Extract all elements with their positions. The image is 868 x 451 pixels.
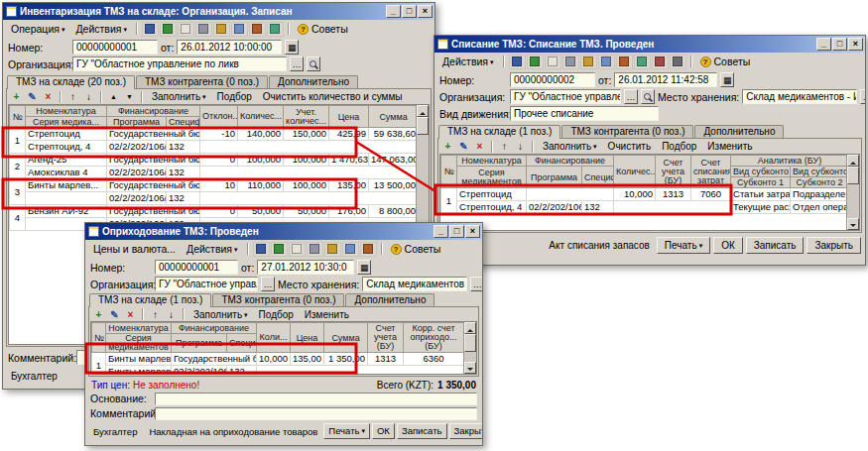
add-row-icon[interactable]: + xyxy=(440,140,455,153)
go-icon[interactable] xyxy=(616,55,633,69)
cell[interactable]: 132 xyxy=(167,167,200,179)
list-icon[interactable] xyxy=(342,242,359,257)
table-row[interactable]: 1 Стрептоцид Государственный бюджет -10 … xyxy=(10,128,419,141)
go-icon[interactable] xyxy=(249,22,266,37)
number-field[interactable]: 00000000001 xyxy=(155,260,238,275)
scroll-thumb[interactable] xyxy=(464,334,476,352)
storage-field[interactable]: Склад медикаментов - Ибрагимов А.С xyxy=(742,89,857,104)
cell[interactable] xyxy=(26,192,107,205)
ok-button[interactable]: ОК xyxy=(372,423,395,439)
choose-button[interactable]: … xyxy=(470,277,482,291)
cell[interactable]: Стрептоцид, 4 xyxy=(457,201,527,214)
save-icon[interactable] xyxy=(253,242,270,257)
print-button[interactable]: Печать▾ xyxy=(657,237,710,254)
edit-row-icon[interactable]: ✎ xyxy=(107,308,122,321)
tab-tmz-counterparty[interactable]: ТМЗ контрагента (0 поз.) xyxy=(136,75,268,88)
cell[interactable]: 0 xyxy=(200,154,238,167)
cell[interactable]: 7060 xyxy=(691,188,731,201)
edit-button[interactable]: Изменить xyxy=(702,141,757,152)
copy-icon[interactable] xyxy=(178,22,194,37)
cell[interactable]: Государственный бюджет xyxy=(107,205,200,218)
clear-button[interactable]: Очистить xyxy=(603,141,657,152)
report-icon[interactable] xyxy=(652,55,669,69)
cell[interactable]: 8 800,00 xyxy=(369,205,419,218)
add-row-icon[interactable]: + xyxy=(91,308,106,321)
close-button[interactable]: Закрыть xyxy=(449,423,483,439)
save-button[interactable]: Записать xyxy=(397,423,447,439)
cell[interactable]: 132 xyxy=(582,201,614,214)
move-up-icon[interactable]: ↑ xyxy=(148,308,163,321)
cell[interactable] xyxy=(527,188,614,201)
titlebar[interactable]: Инвентаризация ТМЗ на складе: Организаци… xyxy=(3,3,434,20)
choose-button[interactable]: … xyxy=(860,89,865,104)
refresh-icon[interactable] xyxy=(634,55,651,69)
open-button[interactable] xyxy=(307,56,320,71)
movement-field[interactable]: Прочее списание xyxy=(510,106,659,121)
post-document-icon[interactable] xyxy=(527,55,544,69)
go-icon[interactable] xyxy=(360,242,377,257)
structure-icon[interactable] xyxy=(213,22,230,37)
cell[interactable]: Статьи затрат xyxy=(731,188,791,201)
minimize-button[interactable]: _ xyxy=(386,5,401,18)
sort-desc-icon[interactable]: ▼ xyxy=(122,90,137,103)
cell[interactable]: 147 063,00 xyxy=(369,154,419,167)
table-row-sub[interactable]: Стрептоцид, 4 02/2/202/106/022 132 xyxy=(10,141,419,154)
cell[interactable] xyxy=(200,192,419,205)
cell[interactable]: Бинты марлев... xyxy=(106,366,172,376)
storage-field[interactable]: Склад медикаментов - Ибрагимов А.С xyxy=(362,277,467,291)
vertical-scrollbar[interactable] xyxy=(846,155,859,230)
cell[interactable]: 2 xyxy=(10,154,26,179)
scroll-thumb[interactable] xyxy=(847,167,859,184)
organization-field[interactable]: ГУ "Областное управление по ликв xyxy=(72,56,287,71)
prices-currency-button[interactable]: Цены и валюта... xyxy=(88,242,181,256)
table-row-sub[interactable]: 02/2/202/106/022 132 xyxy=(10,192,419,205)
menu-operation[interactable]: Операция▾ xyxy=(6,22,69,36)
close-button[interactable]: × xyxy=(418,5,433,18)
calendar-button[interactable]: ▦ xyxy=(285,40,299,55)
menu-actions[interactable]: Действия▾ xyxy=(70,22,132,36)
post-document-icon[interactable] xyxy=(271,242,288,257)
cell[interactable]: Государственный бюджет xyxy=(107,154,200,167)
list-icon[interactable] xyxy=(598,55,615,69)
table-row[interactable]: 1 Стрептоцид 10,000 1313 7060 Статьи зат… xyxy=(441,188,849,201)
tab-tmz-counterparty[interactable]: ТМЗ контрагента (0 поз.) xyxy=(212,293,344,306)
tab-tmz-warehouse[interactable]: ТМЗ на складе (1 поз.) xyxy=(89,293,211,307)
cell[interactable]: 100,000 xyxy=(238,154,284,167)
date-field[interactable]: 27.01.2012 10:30:0 xyxy=(257,260,354,275)
cell[interactable]: 110,000 xyxy=(238,179,284,192)
calendar-button[interactable]: ▦ xyxy=(720,72,734,87)
cell[interactable]: 10,000 xyxy=(614,188,656,201)
minimize-button[interactable]: _ xyxy=(434,225,448,238)
date-field[interactable]: 26.01.2012 11:42:58 xyxy=(614,72,717,87)
vertical-scrollbar[interactable] xyxy=(463,322,476,374)
organization-field[interactable]: ГУ "Областное управление по ликв xyxy=(510,89,621,104)
structure-icon[interactable] xyxy=(580,55,597,69)
cell[interactable]: 135,00 xyxy=(329,179,369,192)
list-icon[interactable] xyxy=(231,22,248,37)
menu-actions[interactable]: Действия▾ xyxy=(182,242,243,256)
add-row-icon[interactable]: + xyxy=(9,90,24,103)
choose-button[interactable]: … xyxy=(290,56,304,71)
cell[interactable]: 50,000 xyxy=(238,205,284,218)
cell[interactable]: Государственный бюджет xyxy=(172,353,257,366)
cell[interactable]: Подразделения xyxy=(791,188,849,201)
move-down-icon[interactable]: ↓ xyxy=(513,140,528,153)
refresh-icon[interactable] xyxy=(267,22,284,37)
scroll-down-icon[interactable] xyxy=(464,362,476,374)
cell[interactable]: 50,000 xyxy=(284,205,329,218)
find-icon[interactable] xyxy=(670,55,686,69)
copy-icon[interactable] xyxy=(545,55,561,69)
table-row-sub[interactable]: Амоксиклав 4 02/2/202/106/022 132 xyxy=(10,167,419,179)
cell[interactable]: Стрептоцид xyxy=(457,188,527,201)
cell[interactable]: Государственный бюджет xyxy=(107,128,200,141)
choose-button[interactable]: … xyxy=(624,89,638,104)
print-icon[interactable] xyxy=(562,55,579,69)
cell[interactable]: 10,000 xyxy=(257,353,291,366)
table-row[interactable]: 2 Агенд-25 Государственный бюджет 0 100,… xyxy=(10,154,419,167)
scroll-track[interactable] xyxy=(847,184,859,218)
cell[interactable]: 1 xyxy=(10,128,26,154)
cell[interactable]: 132 xyxy=(167,192,200,205)
cell[interactable]: 176,00 xyxy=(329,205,369,218)
move-down-icon[interactable]: ↓ xyxy=(164,308,179,321)
edit-button[interactable]: Изменить xyxy=(300,309,354,320)
